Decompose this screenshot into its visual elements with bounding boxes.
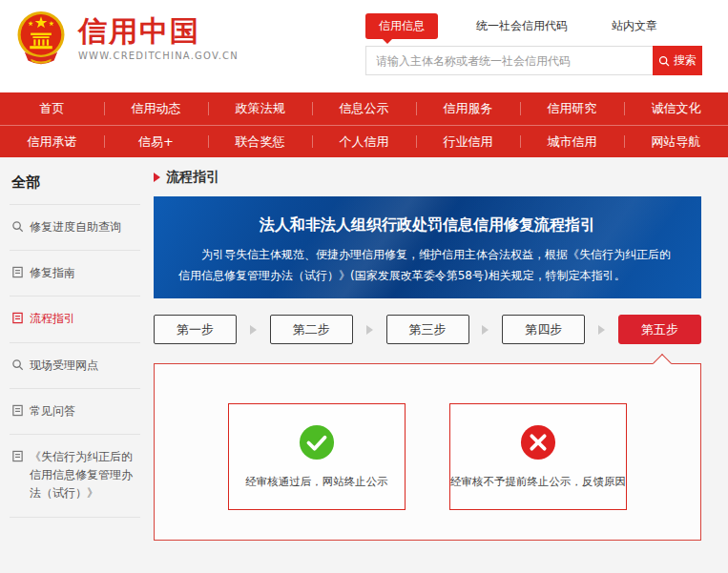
nav-personal-credit[interactable]: 个人信用 <box>312 126 416 157</box>
panel-caret-icon <box>653 354 672 373</box>
nav-city-credit[interactable]: 城市信用 <box>520 126 624 157</box>
sidebar-item-process-guide[interactable]: 流程指引 <box>10 297 140 342</box>
site-logo[interactable]: 信用中国 WWW.CREDITCHINA.GOV.CN <box>13 9 239 68</box>
arrow-right-icon <box>482 325 489 335</box>
site-title: 信用中国 <box>78 15 239 48</box>
nav-credit-news[interactable]: 信用动态 <box>104 92 208 125</box>
site-header: 信用中国 WWW.CREDITCHINA.GOV.CN 信用信息 统一社会信用代… <box>0 0 728 92</box>
search-icon <box>11 220 24 233</box>
nav-site-map[interactable]: 网站导航 <box>624 126 728 157</box>
step-3[interactable]: 第三步 <box>386 315 469 344</box>
sidebar-item-repair-measures-document[interactable]: 《失信行为纠正后的信用信息修复管理办法（试行）》 <box>10 435 140 518</box>
document-icon <box>11 404 24 417</box>
nav-credit-commitment[interactable]: 信用承诺 <box>0 126 104 157</box>
step-2[interactable]: 第二步 <box>270 315 353 344</box>
sidebar-item-label: 流程指引 <box>30 310 75 328</box>
result-card-approved: 经审核通过后，网站终止公示 <box>228 403 406 510</box>
search-icon <box>11 358 24 371</box>
step-detail-panel: 经审核通过后，网站终止公示 经审核不予提前终止公示，反馈原因 <box>154 363 701 541</box>
result-card-text: 经审核通过后，网站终止公示 <box>245 475 388 489</box>
process-guide-banner: 法人和非法人组织行政处罚信息信用修复流程指引 为引导失信主体规范、便捷办理信用修… <box>154 196 701 298</box>
search-icon <box>658 55 670 67</box>
banner-body: 为引导失信主体规范、便捷办理信用修复，维护信用主体合法权益，根据《失信行为纠正后… <box>178 245 676 286</box>
banner-title: 法人和非法人组织行政处罚信息信用修复流程指引 <box>178 215 676 235</box>
search-tab-articles[interactable]: 站内文章 <box>612 18 657 34</box>
nav-policies[interactable]: 政策法规 <box>208 92 312 125</box>
section-title: 流程指引 <box>154 169 701 186</box>
section-marker-icon <box>154 173 160 182</box>
search-panel: 信用信息 统一社会信用代码 站内文章 搜索 <box>365 14 702 75</box>
cross-icon <box>520 424 556 460</box>
check-icon <box>299 424 335 460</box>
sidebar-item-label: 现场受理网点 <box>30 357 98 375</box>
arrow-right-icon <box>250 325 257 335</box>
nav-credit-plus[interactable]: 信易+ <box>104 126 208 157</box>
sidebar-item-label: 修复进度自助查询 <box>30 218 121 236</box>
sidebar-title-all[interactable]: 全部 <box>10 157 140 205</box>
sidebar-item-onsite-service-points[interactable]: 现场受理网点 <box>10 343 140 389</box>
document-icon <box>11 312 24 324</box>
document-icon <box>11 266 24 278</box>
search-tabs: 信用信息 统一社会信用代码 站内文章 <box>365 14 702 37</box>
result-card-rejected: 经审核不予提前终止公示，反馈原因 <box>449 403 627 510</box>
search-tab-uscc[interactable]: 统一社会信用代码 <box>476 18 568 34</box>
arrow-right-icon <box>598 325 605 335</box>
main-nav: 首页 信用动态 政策法规 信息公示 信用服务 信用研究 诚信文化 信用承诺 信易… <box>0 92 728 157</box>
main-content: 流程指引 法人和非法人组织行政处罚信息信用修复流程指引 为引导失信主体规范、便捷… <box>154 169 701 541</box>
nav-credit-services[interactable]: 信用服务 <box>416 92 520 125</box>
nav-credit-research[interactable]: 信用研究 <box>520 92 624 125</box>
sidebar-item-repair-guide[interactable]: 修复指南 <box>10 251 140 297</box>
sidebar: 全部 修复进度自助查询 修复指南 流程指引 <box>0 157 148 541</box>
step-5[interactable]: 第五步 <box>618 315 701 344</box>
nav-integrity-culture[interactable]: 诚信文化 <box>624 92 728 125</box>
national-emblem-icon <box>13 9 69 68</box>
sidebar-item-repair-progress-query[interactable]: 修复进度自助查询 <box>10 205 140 251</box>
arrow-right-icon <box>366 325 373 335</box>
nav-joint-reward-punishment[interactable]: 联合奖惩 <box>208 126 312 157</box>
sidebar-item-label: 常见问答 <box>30 402 75 420</box>
nav-info-disclosure[interactable]: 信息公示 <box>312 92 416 125</box>
sidebar-item-faq[interactable]: 常见问答 <box>10 389 140 435</box>
search-button[interactable]: 搜索 <box>653 46 702 75</box>
section-title-label: 流程指引 <box>166 169 219 186</box>
search-input[interactable] <box>365 46 653 75</box>
search-tab-credit-info[interactable]: 信用信息 <box>365 13 438 39</box>
sidebar-item-label: 《失信行为纠正后的信用信息修复管理办法（试行）》 <box>30 448 140 503</box>
step-flow: 第一步 第二步 第三步 第四步 第五步 <box>154 315 701 344</box>
nav-industry-credit[interactable]: 行业信用 <box>416 126 520 157</box>
document-icon <box>11 450 24 462</box>
step-1[interactable]: 第一步 <box>154 315 237 344</box>
nav-home[interactable]: 首页 <box>0 92 104 125</box>
sidebar-item-label: 修复指南 <box>30 264 75 282</box>
site-url: WWW.CREDITCHINA.GOV.CN <box>78 51 239 61</box>
result-card-text: 经审核不予提前终止公示，反馈原因 <box>450 475 626 489</box>
step-4[interactable]: 第四步 <box>502 315 585 344</box>
search-button-label: 搜索 <box>674 52 697 69</box>
